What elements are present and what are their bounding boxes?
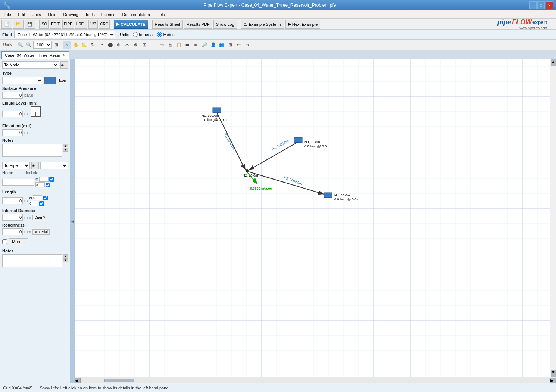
menu-help[interactable]: Help	[154, 12, 168, 18]
pipe-name-input[interactable]	[2, 179, 34, 186]
horizontal-scrollbar[interactable]: ◀ ▶	[75, 377, 556, 383]
surface-pressure-input[interactable]	[2, 92, 23, 99]
select-btn[interactable]: ↖	[63, 41, 71, 49]
user2-btn[interactable]: 👥	[218, 41, 226, 49]
next-example-button[interactable]: ▶ Next Example	[285, 20, 320, 29]
length-val2[interactable]	[29, 201, 38, 206]
pump-btn[interactable]: ⊗	[132, 41, 140, 49]
menu-tools[interactable]: Tools	[82, 12, 98, 18]
valve-btn[interactable]: ⊠	[140, 41, 149, 49]
fit-btn[interactable]: ⊞	[52, 41, 60, 49]
label2-btn[interactable]: 123	[88, 20, 98, 29]
text-btn[interactable]: T	[149, 41, 157, 49]
scroll-up-arrow[interactable]: ▲	[63, 144, 68, 147]
rotate-btn[interactable]: ↻	[89, 41, 97, 49]
to-pipe-select[interactable]: To Pipe	[2, 162, 30, 169]
node-n4-rect[interactable]	[324, 193, 332, 198]
node-n1-rect[interactable]	[213, 108, 221, 113]
show-log-button[interactable]: Show Log	[213, 20, 237, 29]
include-check1[interactable]	[49, 177, 54, 182]
pipe-add-btn[interactable]: ⊕	[31, 162, 39, 169]
zoom-in-btn[interactable]: 🔍	[25, 41, 33, 49]
length-check2[interactable]	[39, 201, 44, 206]
maximize-button[interactable]: □	[537, 1, 545, 9]
curve-btn[interactable]: 〜	[97, 41, 106, 49]
calculate-button[interactable]: ▶ CALCULATE	[114, 20, 148, 29]
pipe-scroll-down[interactable]: ▼	[63, 258, 68, 262]
undo-btn[interactable]: ↩	[235, 41, 243, 49]
new-button[interactable]: 📄	[1, 20, 12, 29]
menu-drawing[interactable]: Drawing	[60, 12, 81, 18]
results-sheet-button[interactable]: Results Sheet	[152, 20, 183, 29]
node-add-btn[interactable]: ⊕	[60, 61, 68, 69]
roughness-input[interactable]	[2, 228, 23, 235]
node-notes-textarea[interactable]	[2, 144, 62, 157]
imperial-radio[interactable]: Imperial	[133, 32, 153, 37]
node-n2-dot[interactable]	[246, 169, 249, 172]
material-btn[interactable]: Material	[32, 229, 50, 235]
zoom-selector[interactable]: 100%	[33, 41, 52, 49]
liquid-level-input[interactable]	[2, 111, 23, 117]
results-pdf-button[interactable]: Results PDF	[184, 20, 212, 29]
hscroll-thumb[interactable]	[104, 379, 134, 382]
save-button[interactable]: 💾	[25, 20, 35, 29]
edit2-button[interactable]: EDIT	[50, 20, 61, 29]
pipe-style-select[interactable]: —	[40, 162, 68, 169]
split-btn[interactable]: ✂	[123, 41, 131, 49]
length-val1[interactable]	[33, 195, 42, 200]
paste-btn[interactable]: 📋	[175, 41, 183, 49]
fluid-selector[interactable]: Zone 1: Water [62.427961 lb/ft³ at 0.0ba…	[14, 31, 115, 38]
more-button[interactable]: More...	[9, 238, 28, 245]
scroll-down-arrow[interactable]: ▼	[63, 148, 68, 152]
include-val1[interactable]	[39, 177, 49, 182]
menu-edit[interactable]: Edit	[15, 12, 28, 18]
add-node-btn[interactable]: ⊕	[115, 41, 123, 49]
icon-btn[interactable]: Icon	[57, 78, 68, 83]
node-btn[interactable]: ⬤	[106, 41, 114, 49]
open-button[interactable]: 📂	[13, 20, 24, 29]
tab-close-btn[interactable]: ✕	[63, 53, 66, 57]
units-btn[interactable]: Units	[1, 41, 13, 49]
rect-btn[interactable]: ▭	[157, 41, 166, 49]
canvas-area[interactable]: N1, 100.0m 0.0 bar.g@ 0.0m N3, 85.0m 0.0…	[75, 59, 556, 383]
zoom-region-btn[interactable]: 🔎	[200, 41, 209, 49]
hscroll-right[interactable]: ▶	[550, 378, 556, 383]
vertical-scrollbar[interactable]: ▲ ▼	[550, 59, 556, 377]
minimize-button[interactable]: —	[529, 1, 537, 9]
user1-btn[interactable]: 👤	[209, 41, 217, 49]
draw-pipe-btn[interactable]: 📐	[80, 41, 88, 49]
panel-collapse-handle[interactable]: ◀	[71, 59, 75, 383]
crc-btn[interactable]: CRC	[99, 20, 110, 29]
connect-btn[interactable]: ⇌	[183, 41, 191, 49]
redo-btn[interactable]: ↪	[243, 41, 252, 49]
pipe-btn[interactable]: PIPE	[62, 20, 74, 29]
close-button[interactable]: ✕	[546, 1, 553, 9]
include-val2[interactable]	[35, 182, 45, 187]
label-btn[interactable]: LREL	[75, 20, 87, 29]
iso-button[interactable]: ISO	[39, 20, 49, 29]
break-btn[interactable]: ⇏	[192, 41, 200, 49]
length-input[interactable]	[2, 197, 23, 204]
active-tab[interactable]: Case_04_Water_Three_Reser ✕	[1, 51, 69, 59]
table-btn[interactable]: ⊞	[226, 41, 234, 49]
vscroll-up[interactable]: ▲	[551, 59, 556, 66]
menu-documentation[interactable]: Documentation	[119, 12, 153, 18]
more-check[interactable]	[2, 239, 7, 244]
menu-license[interactable]: License	[99, 12, 119, 18]
diam-btn[interactable]: Diam?	[32, 215, 47, 220]
hscroll-left[interactable]: ◀	[75, 378, 81, 383]
menu-file[interactable]: File	[1, 12, 14, 18]
menu-fluid[interactable]: Fluid	[45, 12, 60, 18]
include-check2[interactable]	[46, 183, 50, 187]
pipe-scroll-up[interactable]: ▲	[63, 254, 68, 258]
copy-btn[interactable]: ⎘	[166, 41, 174, 49]
menu-units[interactable]: Units	[29, 12, 44, 18]
vscroll-down[interactable]: ▼	[551, 370, 556, 377]
pan-btn[interactable]: ✋	[72, 41, 80, 49]
elevation-input[interactable]	[2, 129, 23, 136]
example-systems-button[interactable]: 🗂 Example Systems	[241, 20, 284, 29]
type-select[interactable]	[2, 77, 43, 84]
metric-radio[interactable]: Metric	[157, 32, 174, 37]
int-dia-input[interactable]	[2, 214, 23, 221]
to-node-select[interactable]: To Node	[2, 61, 59, 69]
